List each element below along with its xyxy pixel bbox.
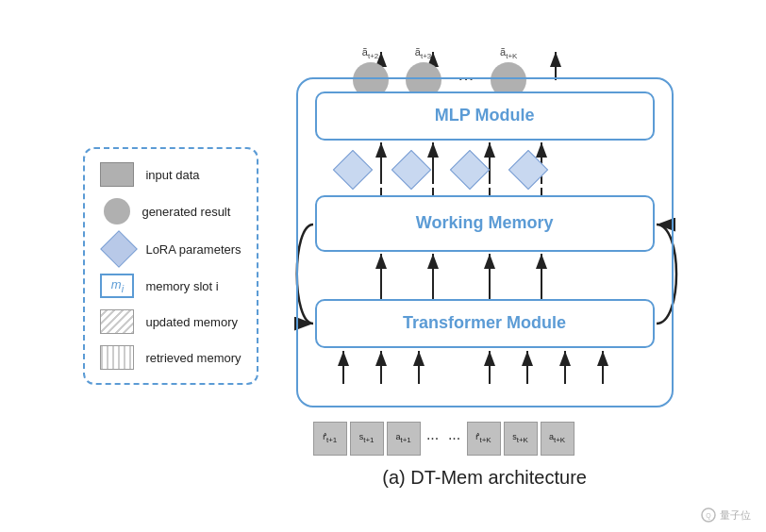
transformer-label: Transformer Module [403, 313, 566, 333]
watermark: Q 量子位 [701, 507, 751, 523]
diamond-4 [508, 149, 547, 189]
legend-updated-memory-label: updated memory [145, 315, 238, 329]
diamonds-row [339, 156, 542, 184]
legend-input-data: input data [100, 162, 241, 187]
svg-text:Q: Q [706, 512, 711, 520]
legend-generated-result: generated result [100, 198, 241, 224]
diagram-area: ãt+2 ãt+3 ··· ãt+K [287, 44, 683, 489]
token-s-t1: st+1 [350, 422, 384, 456]
token-s-tK: st+K [504, 422, 538, 456]
legend-retrieved-memory-label: retrieved memory [145, 351, 241, 365]
input-data-icon [100, 162, 134, 187]
lora-icon [101, 230, 139, 268]
updated-memory-icon [100, 309, 134, 334]
watermark-icon: Q [701, 507, 716, 523]
diamond-2 [391, 149, 430, 189]
diagram-caption: (a) DT-Mem architecture [382, 467, 587, 489]
token-r-tK: r̂t+K [467, 422, 501, 456]
working-memory-box: Working Memory [315, 195, 655, 252]
legend-retrieved-memory: retrieved memory [100, 345, 241, 370]
memory-slot-icon: mi [100, 274, 134, 298]
diamond-3 [449, 149, 489, 189]
legend-box: input data generated result LoRA paramet… [83, 147, 258, 385]
page: input data generated result LoRA paramet… [0, 0, 766, 532]
main-container: input data generated result LoRA paramet… [0, 35, 766, 498]
generated-result-icon [104, 198, 130, 224]
diamond-1 [332, 149, 372, 189]
input-tokens-row: r̂t+1 st+1 at+1 ··· ··· r̂t+K st+K at+K [313, 422, 574, 456]
watermark-text: 量子位 [720, 508, 751, 523]
retrieved-memory-icon [100, 345, 134, 370]
legend-lora-label: LoRA parameters [145, 242, 241, 257]
mlp-box: MLP Module [315, 91, 655, 141]
legend-lora-params: LoRA parameters [100, 236, 241, 262]
transformer-box: Transformer Module [315, 299, 655, 348]
mlp-label: MLP Module [435, 106, 535, 125]
token-r-t1: r̂t+1 [313, 422, 347, 456]
legend-generated-result-label: generated result [142, 205, 230, 219]
working-memory-label: Working Memory [416, 213, 554, 233]
token-a-t1: at+1 [387, 422, 421, 456]
legend-updated-memory: updated memory [100, 309, 241, 334]
legend-input-data-label: input data [145, 168, 199, 182]
legend-memory-slot-label: memory slot i [145, 279, 218, 293]
token-ellipsis-2: ··· [445, 422, 464, 456]
diagram-wrapper: ãt+2 ãt+3 ··· ãt+K [287, 44, 683, 459]
legend-memory-slot: mi memory slot i [100, 274, 241, 298]
token-ellipsis-1: ··· [424, 422, 442, 456]
token-a-tK: at+K [541, 422, 574, 456]
